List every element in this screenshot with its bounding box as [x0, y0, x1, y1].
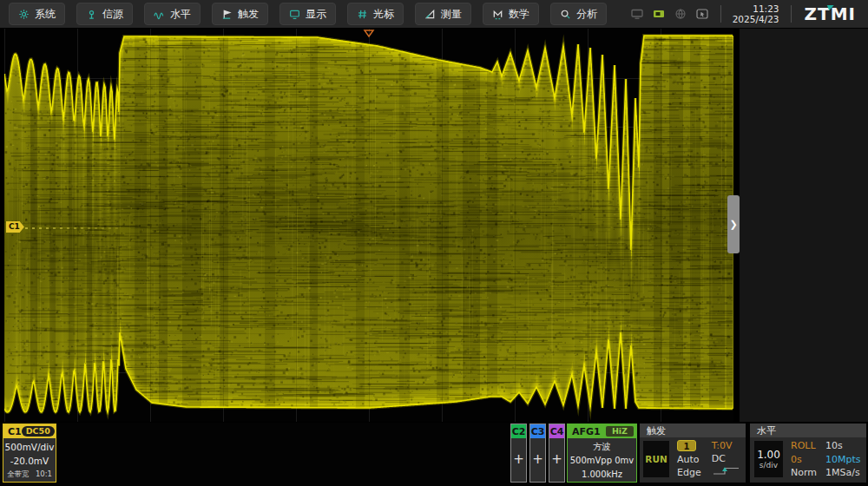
screen-icon: [630, 8, 644, 20]
channel4-box[interactable]: C4 +: [549, 424, 565, 483]
menu-label: 系统: [35, 7, 56, 22]
horizontal-position[interactable]: 0s: [791, 454, 817, 465]
rising-edge-icon: [712, 465, 741, 478]
menu-label: 信源: [102, 7, 123, 22]
afg-values: 方波 500mVpp 0mv 1.000kHz: [568, 438, 636, 482]
horizontal-col-left: ROLL 0s Norm: [786, 437, 817, 481]
horizontal-icon: [154, 9, 165, 20]
channel3-header: C3: [530, 424, 545, 438]
trigger-section[interactable]: 触发 RUN 1 Auto Edge T:0V DC: [640, 424, 746, 483]
divider: [720, 5, 721, 23]
menu-button-source[interactable]: 信源: [76, 3, 133, 25]
menu-label: 测量: [441, 7, 462, 22]
panel-expand-handle[interactable]: ❯: [727, 195, 740, 253]
menu-button-trigger[interactable]: 触发: [212, 3, 268, 25]
horizontal-section-title: 水平: [750, 424, 866, 437]
horizontal-col-right: 10s 10Mpts 1MSa/s: [817, 437, 861, 481]
analysis-icon: [560, 9, 571, 20]
menu-label: 显示: [306, 7, 326, 22]
channel1-footer: 全带宽 10:1: [3, 468, 56, 480]
horizontal-section[interactable]: 水平 1.00 s/div ROLL 0s Norm 10s 10Mpts 1M…: [750, 424, 866, 483]
channel1-bandwidth: 全带宽: [7, 470, 30, 480]
trigger-mode[interactable]: Auto: [677, 454, 701, 465]
right-side-panel: [740, 29, 868, 422]
timebase-unit: s/div: [760, 461, 778, 470]
menu-label: 光标: [373, 7, 394, 22]
brand-logo: ZTMI: [803, 3, 862, 24]
main-menu: 系统 信源 水平 触发 显示 光标: [0, 3, 607, 25]
menu-button-horizontal[interactable]: 水平: [144, 3, 201, 25]
menu-label: 触发: [238, 7, 259, 22]
channel1-box[interactable]: C1 DC50 500mV/div -20.0mV 全带宽 10:1: [3, 424, 56, 483]
channel1-coupling-badge[interactable]: DC50: [22, 426, 55, 437]
trigger-type[interactable]: Edge: [677, 467, 701, 478]
cursor-icon: [357, 9, 368, 20]
afg-amplitude: 500mVpp 0mv: [570, 454, 635, 468]
chevron-right-icon: ❯: [729, 219, 737, 230]
memory-depth: 10Mpts: [825, 454, 861, 465]
trigger-col-left: 1 Auto Edge: [672, 437, 701, 481]
run-state-indicator[interactable]: RUN: [643, 441, 669, 477]
oscilloscope-screen: 系统 信源 水平 触发 显示 光标: [0, 0, 868, 486]
afg-frequency: 1.000kHz: [582, 468, 622, 482]
top-menu-bar: 系统 信源 水平 触发 显示 光标: [0, 0, 868, 28]
sample-rate: 1MSa/s: [825, 467, 861, 478]
channel3-box[interactable]: C3 +: [529, 424, 546, 483]
measure-icon: [424, 9, 436, 20]
trigger-col-right: T:0V DC: [701, 437, 741, 481]
network-icon: [674, 8, 687, 20]
timebase-value-box[interactable]: 1.00 s/div: [754, 441, 783, 477]
afg-header: AFG1 HiZ: [568, 424, 636, 438]
channel3-add-button[interactable]: +: [530, 438, 545, 480]
channel1-offset: -20.0mV: [10, 454, 49, 468]
menu-button-display[interactable]: 显示: [279, 3, 336, 25]
acquisition-mode[interactable]: ROLL: [791, 440, 817, 451]
bottom-bar: C1 DC50 500mV/div -20.0mV 全带宽 10:1 C2 + …: [0, 423, 868, 486]
gear-icon: [18, 9, 30, 20]
menu-label: 水平: [170, 7, 191, 22]
channel4-header: C4: [549, 424, 564, 438]
channel2-header: C2: [511, 424, 526, 438]
trigger-body: RUN 1 Auto Edge T:0V DC: [640, 437, 746, 481]
channel1-scale: 500mV/div: [5, 440, 55, 454]
menu-button-analysis[interactable]: 分析: [550, 3, 607, 25]
trigger-icon: [221, 9, 233, 20]
menu-button-cursor[interactable]: 光标: [347, 3, 404, 25]
channel1-name: C1: [8, 426, 22, 437]
afg-impedance-badge[interactable]: HiZ: [606, 426, 634, 437]
display-icon: [289, 9, 300, 20]
source-icon: [86, 9, 97, 20]
afg-waveform-type: 方波: [594, 440, 611, 454]
timebase-scale: 1.00: [757, 449, 780, 461]
trigger-level[interactable]: T:0V: [712, 440, 741, 451]
channel1-header: C1 DC50: [3, 424, 56, 438]
menu-button-system[interactable]: 系统: [9, 3, 65, 25]
afg-name: AFG1: [572, 426, 601, 437]
menu-button-math[interactable]: 数学: [483, 3, 539, 25]
acquire-type[interactable]: Norm: [791, 467, 817, 478]
horizontal-body: 1.00 s/div ROLL 0s Norm 10s 10Mpts 1MSa/…: [750, 437, 866, 481]
menu-button-measure[interactable]: 测量: [415, 3, 471, 25]
trigger-section-title: 触发: [640, 424, 746, 437]
math-icon: [492, 9, 503, 20]
date-text: 2025/4/23: [733, 14, 779, 24]
menu-label: 分析: [576, 7, 597, 22]
time-text: 11:23: [733, 3, 779, 14]
logo-accent: [825, 5, 833, 10]
waveform-display[interactable]: [4, 29, 733, 422]
channel2-add-button[interactable]: +: [511, 438, 526, 480]
channel4-add-button[interactable]: +: [549, 438, 564, 480]
trigger-coupling[interactable]: DC: [712, 453, 741, 464]
status-area: 11:23 2025/4/23 ZTMI: [630, 3, 868, 24]
menu-label: 数学: [509, 7, 529, 22]
time-window: 10s: [825, 440, 861, 451]
channel1-probe: 10:1: [36, 470, 52, 480]
afg-box[interactable]: AFG1 HiZ 方波 500mVpp 0mv 1.000kHz: [567, 424, 637, 483]
trigger-source-badge[interactable]: 1: [677, 440, 696, 451]
clock: 11:23 2025/4/23: [733, 3, 779, 24]
usb-icon: [652, 8, 666, 20]
divider: [791, 5, 792, 23]
channel2-box[interactable]: C2 +: [510, 424, 527, 483]
channel1-values: 500mV/div -20.0mV: [3, 438, 56, 468]
touch-icon: [695, 8, 709, 20]
